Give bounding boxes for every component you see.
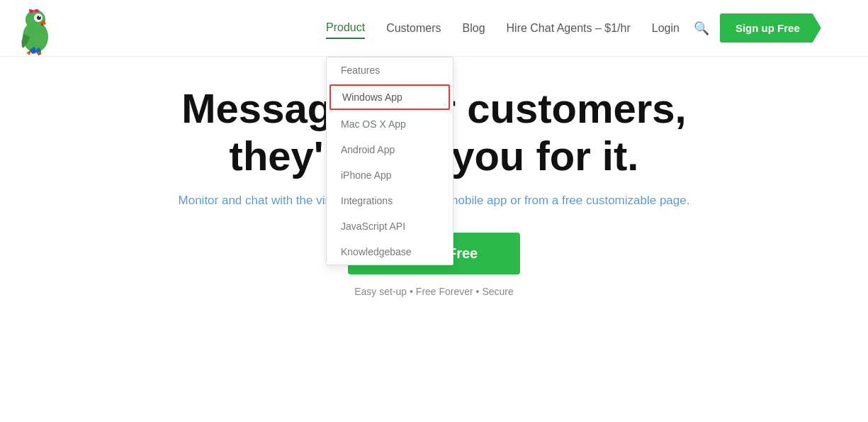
search-icon[interactable]: 🔍	[694, 21, 709, 36]
nav-blog[interactable]: Blog	[463, 18, 485, 38]
header: Product Customers Blog Hire Chat Agents …	[0, 0, 868, 57]
nav-hire[interactable]: Hire Chat Agents – $1/hr	[507, 18, 631, 38]
main-nav: Product Customers Blog Hire Chat Agents …	[326, 18, 680, 39]
product-dropdown: Features Windows App Mac OS X App Androi…	[326, 57, 453, 265]
dropdown-features[interactable]: Features	[327, 57, 453, 83]
cta-subtext: Easy set-up • Free Forever • Secure	[354, 286, 514, 297]
dropdown-android-app[interactable]: Android App	[327, 137, 453, 162]
logo[interactable]	[14, 7, 57, 55]
dropdown-javascript-api[interactable]: JavaScript API	[327, 213, 453, 239]
nav-product[interactable]: Product	[326, 18, 365, 39]
dropdown-iphone-app[interactable]: iPhone App	[327, 162, 453, 188]
parrot-icon	[14, 7, 57, 55]
svg-point-4	[39, 16, 40, 17]
dropdown-windows-app[interactable]: Windows App	[329, 84, 450, 110]
dropdown-integrations[interactable]: Integrations	[327, 188, 453, 213]
nav-customers[interactable]: Customers	[386, 18, 441, 38]
dropdown-knowledgebase[interactable]: Knowledgebase	[327, 239, 453, 265]
signup-button[interactable]: Sign up Free	[720, 13, 821, 43]
nav-login[interactable]: Login	[652, 18, 680, 38]
svg-point-3	[37, 16, 41, 20]
dropdown-mac-os-x[interactable]: Mac OS X App	[327, 111, 453, 137]
